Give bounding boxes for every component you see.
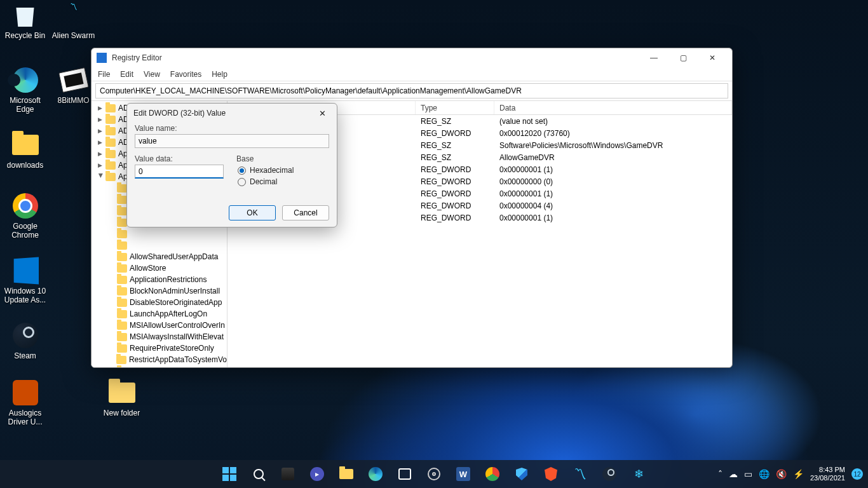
desktop-icon-steam[interactable]: Steam bbox=[1, 322, 49, 360]
radio-icon bbox=[238, 178, 246, 186]
battery-icon[interactable]: ▭ bbox=[744, 469, 752, 479]
key-folder-icon bbox=[105, 173, 116, 181]
tree-key[interactable]: ▶ bbox=[92, 228, 227, 240]
value-data-field[interactable] bbox=[135, 165, 224, 179]
col-data[interactable]: Data bbox=[494, 101, 732, 114]
acrylic-button[interactable]: ❄ bbox=[627, 462, 651, 486]
steam-button[interactable] bbox=[597, 462, 621, 486]
maximize-button[interactable]: ▢ bbox=[668, 48, 698, 67]
value-name-field[interactable] bbox=[135, 134, 329, 148]
desktop-icon-auslogics[interactable]: Auslogics Driver U... bbox=[1, 379, 49, 426]
key-folder-icon bbox=[105, 150, 116, 158]
key-folder-icon bbox=[117, 230, 127, 238]
value-type: REG_SZ bbox=[416, 141, 494, 150]
search-button[interactable] bbox=[247, 462, 271, 486]
menu-favorites[interactable]: Favorites bbox=[170, 70, 201, 79]
tray-chevron-icon[interactable]: ˄ bbox=[718, 469, 722, 479]
key-folder-icon bbox=[105, 139, 116, 147]
desktop-icon-label: New folder bbox=[104, 409, 140, 417]
menu-edit[interactable]: Edit bbox=[120, 70, 133, 79]
alien-swarm-button[interactable]: 〽 bbox=[568, 462, 592, 486]
expand-chevron-icon[interactable]: ▶ bbox=[98, 128, 104, 134]
tree-key[interactable]: ▶DisableStoreOriginatedApp bbox=[92, 297, 227, 308]
desktop-icon-microsoft-edge[interactable]: Microsoft Edge bbox=[1, 66, 49, 114]
tree-key[interactable]: ▶RestrictAppDataToSystemVo bbox=[92, 354, 227, 365]
menu-help[interactable]: Help bbox=[212, 70, 227, 79]
desktop-icon-google-chrome[interactable]: Google Chrome bbox=[1, 192, 49, 240]
expand-chevron-icon[interactable]: ▶ bbox=[98, 105, 104, 111]
auslogics-icon bbox=[11, 379, 39, 407]
google-chrome-icon bbox=[11, 192, 39, 220]
value-data-label: Value data: bbox=[135, 154, 224, 163]
radio-decimal[interactable]: Decimal bbox=[238, 177, 294, 186]
chat-button[interactable]: ▸ bbox=[305, 462, 329, 486]
tree-key[interactable]: ▶MSIAllowUserControlOverIn bbox=[92, 320, 227, 331]
expand-chevron-icon[interactable]: ▶ bbox=[98, 139, 104, 146]
tree-key[interactable]: ▶BlockNonAdminUserInstall bbox=[92, 285, 227, 297]
key-folder-icon bbox=[105, 161, 116, 170]
key-folder-icon bbox=[117, 196, 127, 204]
value-data: 0x00000001 (1) bbox=[494, 189, 732, 198]
address-bar[interactable] bbox=[95, 83, 728, 98]
base-label: Base bbox=[236, 154, 294, 163]
desktop-icon-win10-update[interactable]: Windows 10 Update As... bbox=[1, 257, 49, 304]
system-tray[interactable]: ˄ ☁ ▭ 🌐 🔇 ⚡ bbox=[718, 469, 804, 479]
steam-icon bbox=[11, 322, 39, 349]
col-type[interactable]: Type bbox=[416, 101, 494, 114]
tree-key[interactable]: ▶RestrictAppToSystemVolum bbox=[92, 365, 227, 367]
edge-button[interactable] bbox=[363, 462, 388, 486]
key-folder-icon bbox=[117, 367, 127, 368]
value-type: REG_SZ bbox=[416, 153, 494, 162]
cancel-button[interactable]: Cancel bbox=[282, 205, 329, 220]
minimize-button[interactable]: — bbox=[639, 48, 668, 67]
desktop-icon-downloads[interactable]: downloads bbox=[1, 131, 49, 170]
task-view-button[interactable] bbox=[276, 462, 300, 486]
security-button[interactable] bbox=[510, 462, 534, 486]
radio-hexadecimal[interactable]: Hexadecimal bbox=[238, 166, 294, 175]
word-button[interactable]: W bbox=[451, 462, 475, 486]
expand-chevron-icon[interactable]: ▶ bbox=[98, 116, 104, 123]
menu-view[interactable]: View bbox=[144, 70, 160, 79]
chrome-button[interactable] bbox=[480, 462, 505, 486]
key-folder-icon bbox=[117, 241, 127, 250]
desktop-icon-alien-swarm[interactable]: 〽Alien Swarm bbox=[50, 1, 97, 40]
desktop-icon-new-folder[interactable]: New folder bbox=[98, 379, 146, 417]
downloads-icon bbox=[11, 131, 39, 159]
tree-key[interactable]: ▶AllowStore bbox=[92, 262, 227, 274]
expand-chevron-icon[interactable]: ▶ bbox=[98, 151, 104, 157]
tree-key[interactable]: ▶AllowSharedUserAppData bbox=[92, 251, 227, 262]
tree-key-label: RestrictAppToSystemVolum bbox=[130, 367, 224, 367]
tree-key[interactable]: ▶RequirePrivateStoreOnly bbox=[92, 342, 227, 354]
key-folder-icon bbox=[105, 104, 116, 112]
alien-swarm-icon: 〽 bbox=[60, 1, 88, 29]
tree-key[interactable]: ▶MSIAlwaysInstallWithElevat bbox=[92, 331, 227, 342]
menu-file[interactable]: File bbox=[98, 70, 110, 79]
volume-icon[interactable]: 🔇 bbox=[776, 469, 787, 479]
expand-chevron-icon[interactable]: ▶ bbox=[98, 162, 104, 168]
key-folder-icon bbox=[117, 299, 127, 307]
close-button[interactable]: ✕ bbox=[698, 48, 727, 67]
expand-chevron-icon[interactable]: ▶ bbox=[98, 173, 104, 180]
value-data: 0x00000001 (1) bbox=[494, 214, 732, 222]
desktop-icon-recycle-bin[interactable]: Recycle Bin bbox=[1, 1, 49, 40]
titlebar[interactable]: Registry Editor — ▢ ✕ bbox=[92, 48, 732, 67]
value-type: REG_DWORD bbox=[416, 165, 494, 174]
store-button[interactable] bbox=[393, 462, 417, 486]
settings-button[interactable] bbox=[422, 462, 446, 486]
recycle-bin-icon bbox=[11, 1, 39, 29]
onedrive-icon[interactable]: ☁ bbox=[729, 469, 738, 479]
network-icon[interactable]: 🌐 bbox=[759, 469, 770, 479]
desktop-icon-8bitmmo[interactable]: 8BitMMO bbox=[50, 66, 97, 105]
power-icon[interactable]: ⚡ bbox=[793, 469, 804, 479]
file-explorer-button[interactable] bbox=[334, 462, 358, 486]
tree-key[interactable]: ▶ bbox=[92, 240, 227, 251]
notification-badge[interactable]: 12 bbox=[851, 468, 863, 480]
taskbar-clock[interactable]: 8:43 PM 23/08/2021 bbox=[810, 466, 845, 482]
value-type: REG_DWORD bbox=[416, 189, 494, 198]
tree-key[interactable]: ▶LaunchAppAfterLogOn bbox=[92, 308, 227, 320]
tree-key[interactable]: ▶ApplicationRestrictions bbox=[92, 274, 227, 285]
start-button[interactable] bbox=[217, 462, 241, 486]
dialog-close-button[interactable]: ✕ bbox=[314, 105, 330, 121]
ok-button[interactable]: OK bbox=[229, 205, 276, 220]
brave-button[interactable] bbox=[539, 462, 563, 486]
